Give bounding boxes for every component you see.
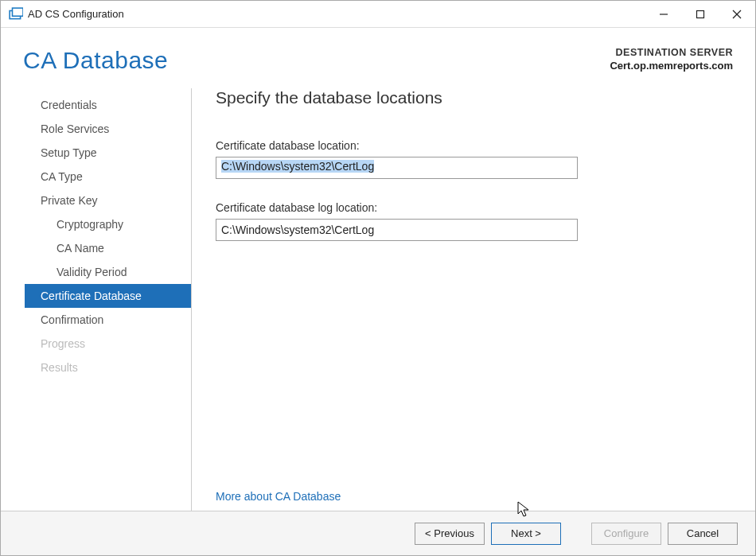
page-title: CA Database <box>23 47 168 74</box>
db-location-value: C:\Windows\system32\CertLog <box>221 160 374 173</box>
content-panel: Specify the database locations Certifica… <box>192 88 731 511</box>
sidebar-item-validity-period[interactable]: Validity Period <box>25 260 191 284</box>
sidebar-item-certificate-database[interactable]: Certificate Database <box>25 284 191 308</box>
sidebar-item-cryptography[interactable]: Cryptography <box>25 212 191 236</box>
destination-server-label: DESTINATION SERVER <box>610 47 733 58</box>
svg-rect-3 <box>697 10 704 17</box>
sidebar-item-progress: Progress <box>25 332 191 356</box>
destination-server-value: Cert.op.memreports.com <box>610 60 733 72</box>
sidebar-item-ca-type[interactable]: CA Type <box>25 165 191 189</box>
sidebar-item-role-services[interactable]: Role Services <box>25 117 191 141</box>
sidebar-item-private-key[interactable]: Private Key <box>25 189 191 212</box>
minimize-button[interactable] <box>645 1 682 28</box>
more-about-link[interactable]: More about CA Database <box>216 490 341 503</box>
sidebar-item-confirmation[interactable]: Confirmation <box>25 308 191 332</box>
configure-button: Configure <box>591 523 661 545</box>
content-heading: Specify the database locations <box>216 88 723 107</box>
body-area: Credentials Role Services Setup Type CA … <box>1 74 755 511</box>
next-button[interactable]: Next > <box>491 523 561 545</box>
app-icon <box>9 7 23 21</box>
header-area: CA Database DESTINATION SERVER Cert.op.m… <box>1 28 755 74</box>
cancel-button[interactable]: Cancel <box>668 523 738 545</box>
maximize-button[interactable] <box>682 1 719 28</box>
window-title: AD CS Configuration <box>28 8 124 20</box>
wizard-window: AD CS Configuration CA Database DESTINAT… <box>0 0 756 556</box>
svg-rect-1 <box>13 8 24 16</box>
db-log-location-input[interactable] <box>216 219 578 241</box>
db-location-label: Certificate database location: <box>216 139 723 152</box>
titlebar: AD CS Configuration <box>1 1 755 28</box>
footer: < Previous Next > Configure Cancel <box>1 511 755 555</box>
sidebar: Credentials Role Services Setup Type CA … <box>25 88 192 511</box>
sidebar-item-setup-type[interactable]: Setup Type <box>25 141 191 165</box>
destination-server-block: DESTINATION SERVER Cert.op.memreports.co… <box>610 47 733 72</box>
sidebar-item-results: Results <box>25 356 191 379</box>
db-location-input[interactable]: C:\Windows\system32\CertLog <box>216 157 578 179</box>
sidebar-item-ca-name[interactable]: CA Name <box>25 236 191 260</box>
sidebar-item-credentials[interactable]: Credentials <box>25 93 191 117</box>
previous-button[interactable]: < Previous <box>415 523 485 545</box>
close-button[interactable] <box>719 1 755 28</box>
db-log-location-label: Certificate database log location: <box>216 201 723 214</box>
